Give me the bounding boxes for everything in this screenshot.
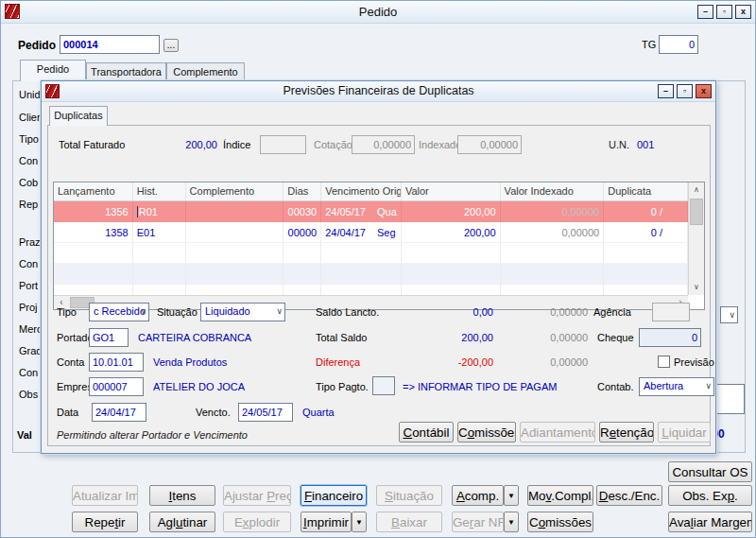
minimize-icon[interactable]: – (697, 5, 713, 19)
col-dias[interactable]: Dias (284, 182, 321, 200)
tipo-pagto-input[interactable] (372, 376, 395, 395)
comissoes-button[interactable]: Comissões (527, 512, 593, 532)
situacao-combo[interactable]: Liquidado∨ (200, 303, 285, 321)
col-complemento[interactable]: Complemento (186, 182, 284, 200)
acomp-button[interactable]: Acomp. (452, 485, 504, 506)
indexado-input[interactable] (457, 135, 522, 154)
field-label-fragment: Port (19, 280, 38, 291)
repetir-button[interactable]: Repetir (72, 512, 138, 532)
dialog-minimize-icon[interactable]: – (658, 84, 674, 98)
situacao-button[interactable]: Situação (376, 485, 442, 506)
field-label-fragment: Rep (19, 199, 38, 210)
table-row[interactable]: 1356 R01 00030 24/05/17Qua 200,00 0,0000… (54, 201, 688, 222)
cell-valor-indexado: 0,00000 (501, 222, 605, 242)
chevron-down-icon: ∨ (276, 306, 283, 316)
previsao-checkbox[interactable] (658, 356, 670, 368)
tipo-pagto-label: Tipo Pagto. (316, 381, 369, 392)
table-row[interactable]: 1358 E01 00000 24/04/17Seg 200,00 0,0000… (54, 222, 688, 243)
baixar-button[interactable]: Baixar (376, 512, 442, 532)
indexado-label: Indexado (419, 139, 461, 150)
vencto-input[interactable] (238, 403, 293, 422)
scroll-down-icon[interactable]: ∨ (689, 280, 704, 295)
col-valor[interactable]: Valor (402, 182, 501, 200)
pedido-window: Pedido – ▫ x Pedido ... TG Pedido Transp… (0, 0, 756, 538)
col-hist[interactable]: Hist. (133, 182, 186, 200)
agencia-input[interactable] (652, 303, 690, 321)
retencao-button[interactable]: Retenção (599, 422, 654, 443)
col-duplicata[interactable]: Duplicata (604, 182, 688, 200)
field-label-fragment: Tipo (19, 133, 39, 145)
imprimir-dropdown-icon[interactable]: ▼ (352, 512, 367, 532)
portador-desc: CARTEIRA COBRANCA (138, 332, 251, 343)
cheque-input[interactable] (639, 328, 701, 347)
col-lancamento[interactable]: Lançamento (54, 182, 133, 200)
gerar-nf-dropdown-icon[interactable]: ▼ (504, 512, 519, 532)
empresa-input[interactable] (89, 377, 144, 396)
col-vencimento-orig[interactable]: Vencimento Orig. (321, 182, 402, 200)
explodir-button[interactable]: Explodir (223, 512, 291, 532)
comissoes-dialog-button[interactable]: Comissões (457, 422, 516, 443)
pedido-number-input[interactable] (60, 35, 160, 54)
data-input[interactable] (92, 403, 146, 422)
tab-pedido[interactable]: Pedido (20, 60, 86, 81)
cell-vencimento: 24/04/17Seg (321, 222, 402, 242)
ajustar-precos-button[interactable]: Ajustar Preços (223, 485, 291, 506)
saldo-lancto-value: 0,00 (420, 306, 493, 318)
field-label-fragment: Proj (19, 302, 38, 313)
previsoes-financeiras-dialog: Previsões Financeiras de Duplicatas – ▫ … (41, 80, 716, 454)
tab-duplicatas[interactable]: Duplicatas (49, 106, 108, 126)
dialog-maximize-icon[interactable]: ▫ (677, 84, 693, 98)
consultar-os-button[interactable]: Consultar OS (668, 461, 752, 482)
mov-compl-button[interactable]: Mov.Compl. (527, 485, 593, 506)
aglutinar-button[interactable]: Aglutinar (149, 512, 215, 532)
cell-lancamento: 1356 (54, 201, 133, 222)
table-row-empty (54, 243, 688, 264)
liquidar-button[interactable]: Liquidar (658, 422, 711, 443)
col-valor-indexado[interactable]: Valor Indexado (501, 182, 605, 200)
atualizar-imp-button[interactable]: Atualizar Imp. (72, 485, 138, 506)
cell-dias: 00000 (284, 222, 321, 242)
empresa-desc: ATELIER DO JOCA (153, 381, 245, 392)
conta-input[interactable] (89, 353, 144, 372)
field-label-fragment: Grad (19, 345, 42, 356)
tab-complemento[interactable]: Complemento (166, 62, 245, 81)
vertical-scrollbar[interactable]: ∧ ∨ (688, 182, 704, 295)
saldo-lancto-label: Saldo Lancto. (316, 306, 379, 318)
scrollbar-thumb[interactable] (690, 199, 703, 225)
scroll-up-icon[interactable]: ∧ (689, 182, 704, 198)
pedido-lookup-button[interactable]: ... (163, 39, 179, 52)
portador-input[interactable] (89, 328, 129, 347)
acomp-dropdown-icon[interactable]: ▼ (504, 485, 519, 506)
tipo-combo[interactable]: c Recebido∨ (89, 303, 149, 321)
vencto-dia: Quarta (302, 407, 335, 418)
indice-input[interactable] (260, 135, 306, 154)
imprimir-button[interactable]: Imprimir (301, 512, 352, 532)
tg-input[interactable] (659, 35, 698, 54)
un-label: U.N. (609, 139, 629, 150)
gerar-nf-button[interactable]: Gerar NF (452, 512, 504, 532)
cotacao-input[interactable] (352, 135, 415, 154)
dialog-title: Previsões Financeiras de Duplicatas (42, 84, 715, 97)
obs-exp-button[interactable]: Obs. Exp. (668, 485, 752, 506)
cell-complemento (186, 201, 284, 222)
field-label-fragment: Clier (19, 112, 41, 123)
field-label-fragment: Con (19, 367, 38, 378)
close-icon[interactable]: x (735, 5, 751, 19)
dialog-close-icon[interactable]: x (696, 84, 712, 98)
itens-button[interactable]: Itens (149, 485, 215, 506)
cell-lancamento: 1358 (54, 222, 133, 242)
financeiro-button[interactable]: Financeiro (301, 485, 367, 506)
avaliar-margem-button[interactable]: Avaliar Margem (668, 512, 752, 532)
contabil-button[interactable]: Contábil (399, 422, 454, 443)
combo-fragment[interactable]: ∨ (720, 306, 738, 323)
window-title: Pedido (1, 5, 755, 19)
field-label-fragment: Obs (19, 389, 38, 400)
contab-combo[interactable]: Abertura∨ (639, 377, 714, 396)
maximize-icon[interactable]: ▫ (716, 5, 732, 19)
cell-valor: 200,00 (402, 222, 501, 242)
total-faturado-label: Total Faturado (59, 139, 125, 150)
desc-enc-button[interactable]: Desc./Enc. (596, 485, 662, 506)
field-label-fragment: Unid (19, 89, 41, 100)
tab-transportadora[interactable]: Transportadora (86, 62, 166, 81)
adiantamentos-button[interactable]: Adiantamentos (520, 422, 595, 443)
